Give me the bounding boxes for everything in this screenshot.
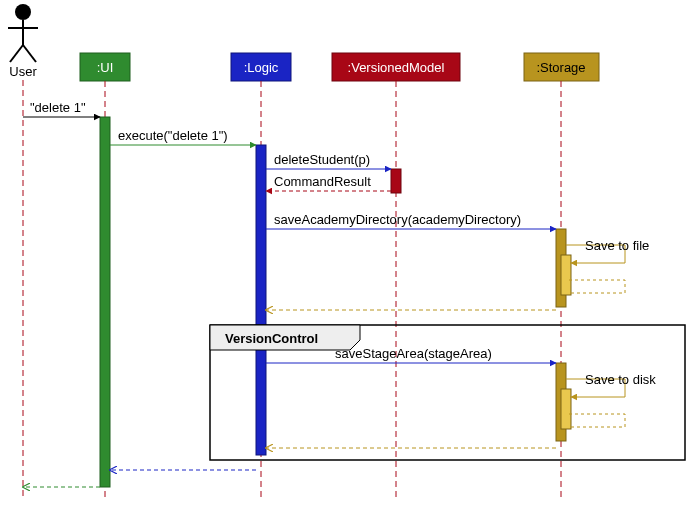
participant-logic-label: :Logic <box>244 60 279 75</box>
actor-user: User <box>8 4 38 79</box>
msg-execute-label: execute("delete 1") <box>118 128 228 143</box>
msg-savefile-label: Save to file <box>585 238 649 253</box>
activation-storage-2b <box>561 389 571 429</box>
msg-delete-1-label: "delete 1" <box>30 100 86 115</box>
msg-saveacademy-label: saveAcademyDirectory(academyDirectory) <box>274 212 521 227</box>
participant-storage: :Storage <box>524 53 599 81</box>
activation-storage-1b <box>561 255 571 295</box>
msg-savefile-ret <box>566 280 625 293</box>
participant-model: :VersionedModel <box>332 53 460 81</box>
participant-ui: :UI <box>80 53 130 81</box>
svg-line-4 <box>23 45 36 62</box>
participant-storage-label: :Storage <box>536 60 585 75</box>
msg-commandresult-label: CommandResult <box>274 174 371 189</box>
participant-model-label: :VersionedModel <box>348 60 445 75</box>
svg-line-3 <box>10 45 23 62</box>
msg-savestage-label: saveStageArea(stageArea) <box>335 346 492 361</box>
activation-logic <box>256 145 266 455</box>
msg-savedisk-label: Save to disk <box>585 372 656 387</box>
activation-model <box>391 169 401 193</box>
frame-label: VersionControl <box>225 331 318 346</box>
msg-deletestudent-label: deleteStudent(p) <box>274 152 370 167</box>
participant-ui-label: :UI <box>97 60 114 75</box>
msg-savedisk-ret <box>566 414 625 427</box>
svg-point-0 <box>15 4 31 20</box>
actor-label: User <box>9 64 37 79</box>
participant-logic: :Logic <box>231 53 291 81</box>
activation-ui <box>100 117 110 487</box>
